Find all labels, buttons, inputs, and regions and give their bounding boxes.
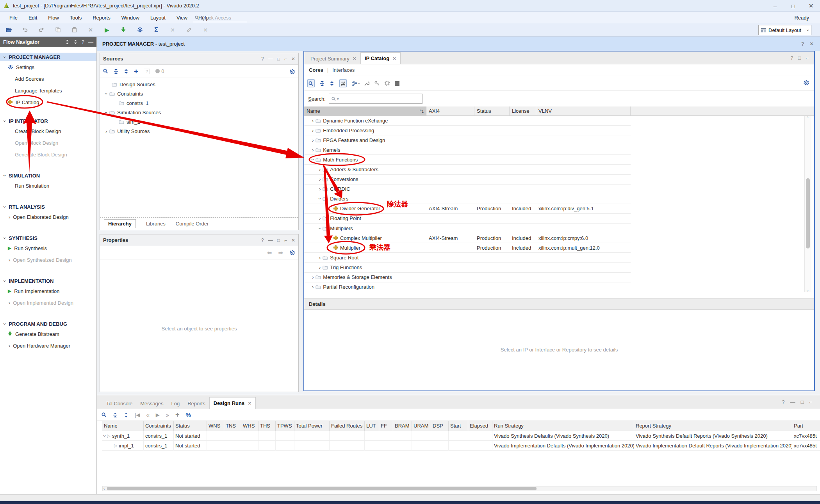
minimize-panel-icon[interactable]: — [88,39,93,45]
column-name[interactable]: Name [102,421,144,431]
play-icon[interactable]: ▶ [156,412,160,418]
gear-icon[interactable] [803,80,809,86]
search-icon[interactable] [103,69,108,74]
menu-reports[interactable]: Reports [87,12,116,23]
section-implementation[interactable]: ›IMPLEMENTATION [0,277,96,285]
cancel-run-button[interactable]: ✕ [168,25,177,35]
sidebar-item-open-elaborated-design[interactable]: ›Open Elaborated Design [0,211,96,223]
tree-item-partial-reconfiguration[interactable]: ›Partial Reconfiguration [304,282,814,292]
add-sources-button[interactable]: + [134,67,138,76]
help-icon[interactable]: ? [790,55,793,61]
minimize-icon[interactable]: – [766,0,784,12]
column-name[interactable]: Name^1 [304,106,426,116]
expand-all-icon[interactable] [124,413,128,417]
tab-design-runs[interactable]: Design Runs✕ [209,397,256,409]
vertical-scrollbar[interactable]: ⌃ ⌄ [804,116,811,292]
back-arrow-icon[interactable]: ⬅ [267,249,272,256]
sidebar-item-open-hardware-manager[interactable]: ›Open Hardware Manager [0,340,96,351]
section-project-manager[interactable]: ›PROJECT MANAGER [0,53,96,61]
tree-item-constraints[interactable]: ›Constraints [100,89,298,98]
column-bram[interactable]: BRAM [393,421,412,431]
column-status[interactable]: Status [474,106,510,116]
tree-item-sim-1[interactable]: sim_1 [100,117,298,126]
tree-item-constrs-1[interactable]: constrs_1 [100,98,298,108]
tree-item-dynamic-function-exchange[interactable]: ›Dynamic Function eXchange [304,116,814,126]
column-total-power[interactable]: Total Power [294,421,330,431]
column-ff[interactable]: FF [379,421,393,431]
tree-item-adders-subtracters[interactable]: ›Adders & Subtracters [304,165,814,174]
chip-icon[interactable] [385,81,390,86]
tab-reports[interactable]: Reports [184,398,209,409]
search-toggle-button[interactable] [307,79,315,87]
percent-icon[interactable]: % [186,412,191,418]
sidebar-item-generate-bitstream[interactable]: Generate Bitstream [0,328,96,340]
forward-arrow-icon[interactable]: ➡ [278,249,283,256]
generate-bitstream-toolbar-button[interactable] [119,25,128,35]
sidebar-item-add-sources[interactable]: Add Sources [0,73,96,85]
tree-item-trig-functions[interactable]: ›Trig Functions [304,263,814,272]
tab-messages[interactable]: Messages [136,398,167,409]
tree-item-math-functions[interactable]: ›Math Functions [304,155,814,165]
menu-layout[interactable]: Layout [145,12,171,23]
skip-to-start-icon[interactable]: |◀ [135,412,140,418]
maximize-icon[interactable]: □ [784,0,802,12]
search-icon[interactable] [102,412,107,417]
run-row-impl-1[interactable]: ▷impl_1 constrs_1 Not started Vivado Imp… [97,441,820,451]
sidebar-item-run-synthesis[interactable]: ▶Run Synthesis [0,242,96,254]
subtab-cores[interactable]: Cores [309,67,323,73]
abort-button[interactable]: ✕ [201,25,210,35]
key-icon[interactable] [374,81,380,86]
tree-item-square-root[interactable]: ›Square Root [304,253,814,263]
column-license[interactable]: License [510,106,536,116]
float-icon[interactable]: ⌐ [284,56,287,62]
float-icon[interactable]: ⌐ [284,238,287,243]
tab-hierarchy[interactable]: Hierarchy [104,219,136,228]
tree-item-dividers[interactable]: ›Dividers [304,194,814,204]
tree-item-multiplier[interactable]: MultiplierProductionIncludedxilinx.com:i… [304,243,814,253]
tree-item-embedded-processing[interactable]: ›Embedded Processing [304,126,814,135]
close-icon[interactable]: ✕ [809,41,814,47]
copy-button[interactable] [53,25,62,35]
tree-item-divider-generator[interactable]: Divider GeneratorAXI4-StreamProductionIn… [304,204,814,214]
redo-button[interactable] [37,25,46,35]
undo-button[interactable] [20,25,30,35]
column-part[interactable]: Part [792,421,820,431]
delete-button[interactable]: ✕ [86,25,95,35]
column-tpws[interactable]: TPWS [276,421,294,431]
section-simulation[interactable]: ›SIMULATION [0,171,96,180]
help-icon[interactable]: ? [801,41,804,47]
column-constraints[interactable]: Constraints [144,421,174,431]
tree-item-design-sources[interactable]: Design Sources [100,80,298,89]
column-vlnv[interactable]: VLNV [536,106,631,116]
tree-item-cordic[interactable]: ›CORDIC [304,185,814,194]
help-icon[interactable]: ? [261,238,264,243]
tab-compile-order[interactable]: Compile Order [176,221,209,227]
tree-item-conversions[interactable]: ›Conversions [304,175,814,185]
column-elapsed[interactable]: Elapsed [468,421,492,431]
filter-properties-button[interactable] [339,79,347,87]
minimize-icon[interactable]: — [268,238,273,243]
column-lut[interactable]: LUT [365,421,379,431]
quick-access-input[interactable]: Quick Access [193,13,247,22]
column-dsp[interactable]: DSP [431,421,449,431]
column-status[interactable]: Status [174,421,207,431]
collapse-all-icon[interactable] [113,413,118,417]
paste-button[interactable] [70,25,79,35]
menu-window[interactable]: Window [116,12,145,23]
sum-report-button[interactable]: Σ [152,25,161,35]
minimize-icon[interactable]: — [268,56,273,62]
collapse-all-icon[interactable] [320,81,324,86]
column-whs[interactable]: WHS [241,421,258,431]
tree-item-utility-sources[interactable]: ›Utility Sources [100,126,298,136]
menu-view[interactable]: View [171,12,193,23]
section-program-and-debug[interactable]: ›PROGRAM AND DEBUG [0,319,96,328]
maximize-icon[interactable]: □ [798,55,801,61]
tab-ip-catalog[interactable]: IP Catalog✕ [360,52,401,64]
tree-item-complex-multiplier[interactable]: Complex MultiplierAXI4-StreamProductionI… [304,233,814,243]
close-icon[interactable]: ✕ [291,56,295,62]
column-ths[interactable]: THS [258,421,276,431]
close-icon[interactable]: ✕ [802,0,820,12]
section-synthesis[interactable]: ›SYNTHESIS [0,234,96,242]
column-run-strategy[interactable]: Run Strategy [492,421,634,431]
step-back-icon[interactable]: « [146,412,149,418]
